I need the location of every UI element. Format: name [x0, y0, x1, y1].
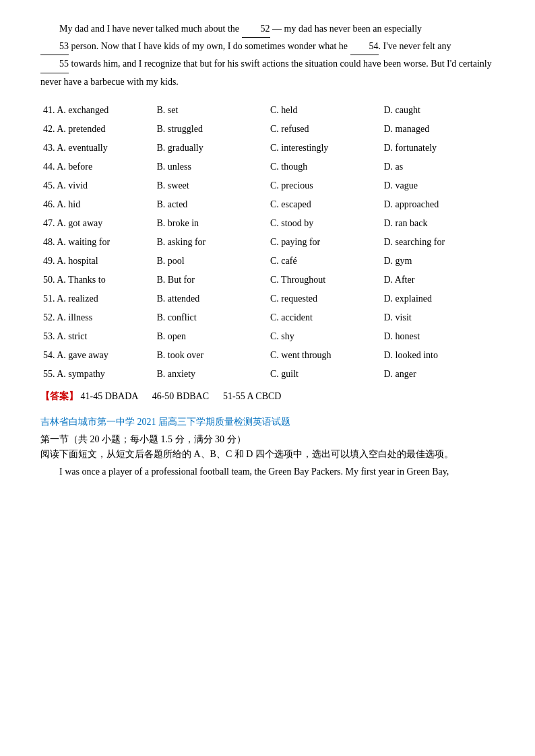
questions-table: 41. A. exchanged B. set C. held D. caugh… [40, 101, 495, 384]
option-b-col: B. conflict [154, 308, 268, 327]
option-b: B. But for [157, 275, 195, 285]
blank-54: 54 [350, 38, 379, 55]
option-c: C. accident [270, 312, 313, 322]
option-a: A. waiting for [57, 237, 110, 247]
question-num-col: 42. A. pretended [40, 120, 154, 139]
option-d: D. fortunately [384, 143, 437, 153]
question-num: 41. [43, 105, 55, 115]
option-d-col: D. ran back [381, 214, 495, 233]
option-b-col: B. broke in [154, 214, 268, 233]
question-num-col: 55. A. sympathy [40, 365, 154, 384]
option-d-col: D. caught [381, 101, 495, 120]
option-b-col: B. sweet [154, 176, 268, 195]
option-d-col: D. vague [381, 176, 495, 195]
option-d-col: D. as [381, 158, 495, 176]
question-num: 47. [43, 218, 55, 228]
option-b: B. unless [157, 162, 191, 172]
option-a: A. Thanks to [57, 275, 105, 285]
table-row: 48. A. waiting for B. asking for C. payi… [40, 233, 495, 252]
option-a: A. before [57, 162, 92, 172]
question-num-col: 50. A. Thanks to [40, 271, 154, 289]
option-b-col: B. acted [154, 195, 268, 214]
option-b: B. pool [157, 256, 185, 266]
question-num: 52. [43, 312, 55, 322]
option-c-col: C. paying for [268, 233, 381, 252]
table-row: 52. A. illness B. conflict C. accident D… [40, 308, 495, 327]
option-a: A. pretended [57, 124, 105, 134]
answers-label: 【答案】 [40, 391, 78, 401]
option-c-col: C. interestingly [268, 139, 381, 158]
question-num: 46. [43, 199, 55, 209]
option-c: C. paying for [270, 237, 320, 247]
instruction: 阅读下面短文，从短文后各题所给的 A、B、C 和 D 四个选项中，选出可以填入空… [40, 448, 495, 460]
option-d-col: D. looked into [381, 346, 495, 365]
option-d-col: D. gym [381, 252, 495, 271]
question-num-col: 48. A. waiting for [40, 233, 154, 252]
intro-text-after-52: — my dad has never been an especially [270, 24, 422, 34]
option-d-col: D. explained [381, 289, 495, 308]
question-num-col: 44. A. before [40, 158, 154, 176]
option-c-col: C. went through [268, 346, 381, 365]
table-row: 49. A. hospital B. pool C. café D. gym [40, 252, 495, 271]
option-d-col: D. anger [381, 365, 495, 384]
option-b: B. asking for [157, 237, 206, 247]
option-b: B. set [157, 105, 179, 115]
option-c: C. shy [270, 331, 294, 341]
intro-text-before-52: My dad and I have never talked much abou… [59, 24, 242, 34]
option-d: D. managed [384, 124, 430, 134]
option-a: A. exchanged [57, 105, 108, 115]
option-c-col: C. stood by [268, 214, 381, 233]
question-num: 48. [43, 237, 55, 247]
question-num: 53. [43, 331, 55, 341]
option-d: D. After [384, 275, 415, 285]
option-b: B. gradually [157, 143, 203, 153]
option-d: D. caught [384, 105, 420, 115]
option-c: C. Throughout [270, 275, 325, 285]
table-row: 45. A. vivid B. sweet C. precious D. vag… [40, 176, 495, 195]
option-c: C. precious [270, 180, 313, 191]
intro-text-after-54: . I've never felt any [379, 41, 451, 51]
question-num-col: 45. A. vivid [40, 176, 154, 195]
option-a: A. strict [57, 331, 87, 341]
option-a: A. illness [57, 312, 92, 322]
option-a: A. gave away [57, 350, 108, 360]
question-num-col: 49. A. hospital [40, 252, 154, 271]
option-d-col: D. searching for [381, 233, 495, 252]
blank-53: 53 [40, 38, 69, 55]
option-c: C. refused [270, 124, 309, 134]
option-a: A. eventually [57, 143, 107, 153]
question-num: 50. [43, 275, 55, 285]
option-b: B. anxiety [157, 369, 196, 379]
option-b-col: B. attended [154, 289, 268, 308]
option-b: B. attended [157, 294, 200, 304]
option-c-col: C. Throughout [268, 271, 381, 289]
question-num-col: 41. A. exchanged [40, 101, 154, 120]
option-b: B. struggled [157, 124, 203, 134]
question-num: 54. [43, 350, 55, 360]
option-c: C. requested [270, 294, 317, 304]
option-b-col: B. anxiety [154, 365, 268, 384]
option-b-col: B. gradually [154, 139, 268, 158]
option-c: C. stood by [270, 218, 313, 228]
option-c-col: C. refused [268, 120, 381, 139]
option-a: A. got away [57, 218, 102, 228]
table-row: 53. A. strict B. open C. shy D. honest [40, 327, 495, 346]
question-num: 49. [43, 256, 55, 266]
table-row: 55. A. sympathy B. anxiety C. guilt D. a… [40, 365, 495, 384]
table-row: 54. A. gave away B. took over C. went th… [40, 346, 495, 365]
option-d: D. honest [384, 331, 420, 341]
option-c: C. held [270, 105, 297, 115]
new-section-title: 吉林省白城市第一中学 2021 届高三下学期质量检测英语试题 [40, 416, 495, 428]
option-b-col: B. pool [154, 252, 268, 271]
answers-range1: 41-45 DBADA [81, 391, 138, 401]
option-b: B. took over [157, 350, 204, 360]
question-num-col: 53. A. strict [40, 327, 154, 346]
part-label: 第一节（共 20 小题；每小题 1.5 分，满分 30 分） [40, 434, 495, 446]
answers-range2: 46-50 BDBAC [152, 391, 209, 401]
option-c-col: C. accident [268, 308, 381, 327]
option-d: D. approached [384, 199, 439, 209]
question-num-col: 43. A. eventually [40, 139, 154, 158]
option-b: B. sweet [157, 180, 189, 191]
question-num: 55. [43, 369, 55, 379]
option-d-col: D. managed [381, 120, 495, 139]
